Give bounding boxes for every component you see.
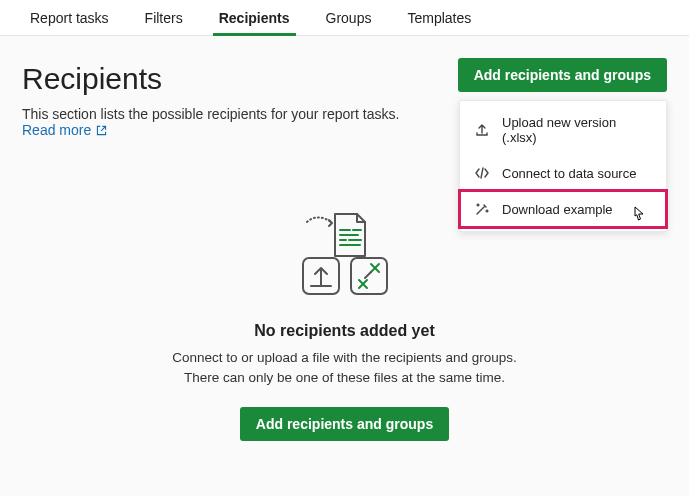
tab-label: Report tasks [30,10,109,26]
primary-action-wrap: Add recipients and groups Upload new ver… [458,58,667,92]
tab-label: Recipients [219,10,290,26]
button-label: Add recipients and groups [474,67,651,83]
tab-report-tasks[interactable]: Report tasks [12,0,127,35]
upload-icon [474,122,490,138]
menu-item-upload[interactable]: Upload new version (.xlsx) [460,105,666,155]
menu-item-label: Download example [502,202,613,217]
menu-item-download-example[interactable]: Download example [460,191,666,227]
page-title: Recipients [22,62,458,96]
top-tabs: Report tasks Filters Recipients Groups T… [0,0,689,36]
tab-groups[interactable]: Groups [308,0,390,35]
subtitle-text: This section lists the possible recipien… [22,106,399,122]
tab-label: Filters [145,10,183,26]
external-link-icon [95,124,108,137]
add-recipients-menu: Upload new version (.xlsx) Connect to da… [459,100,667,232]
empty-body: Connect to or upload a file with the rec… [155,348,535,387]
cursor-pointer-icon [630,205,648,228]
page-subtitle: This section lists the possible recipien… [22,106,458,138]
tab-label: Groups [326,10,372,26]
menu-item-label: Connect to data source [502,166,636,181]
empty-add-button[interactable]: Add recipients and groups [240,407,449,441]
tab-label: Templates [407,10,471,26]
tab-templates[interactable]: Templates [389,0,489,35]
tab-recipients[interactable]: Recipients [201,0,308,35]
page-body: Recipients This section lists the possib… [0,36,689,496]
read-more-link[interactable]: Read more [22,122,108,138]
svg-rect-1 [351,258,387,294]
menu-item-connect[interactable]: Connect to data source [460,155,666,191]
tab-filters[interactable]: Filters [127,0,201,35]
empty-state: No recipients added yet Connect to or up… [155,208,535,441]
button-label: Add recipients and groups [256,416,433,432]
empty-heading: No recipients added yet [155,322,535,340]
read-more-label: Read more [22,122,91,138]
wand-icon [474,201,490,217]
code-icon [474,165,490,181]
add-recipients-button[interactable]: Add recipients and groups [458,58,667,92]
menu-item-label: Upload new version (.xlsx) [502,115,652,145]
